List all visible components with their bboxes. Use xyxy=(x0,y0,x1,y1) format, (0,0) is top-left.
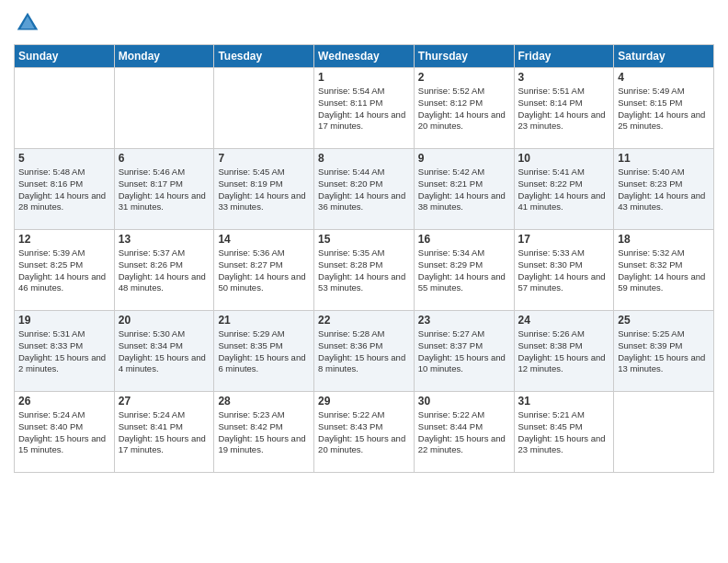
day-number: 19 xyxy=(18,314,110,327)
day-info: Sunrise: 5:52 AM Sunset: 8:12 PM Dayligh… xyxy=(418,86,510,132)
weekday-header-sunday: Sunday xyxy=(15,45,115,68)
day-cell: 4Sunrise: 5:49 AM Sunset: 8:15 PM Daylig… xyxy=(614,68,714,149)
day-info: Sunrise: 5:51 AM Sunset: 8:14 PM Dayligh… xyxy=(518,86,610,132)
day-cell: 2Sunrise: 5:52 AM Sunset: 8:12 PM Daylig… xyxy=(414,68,514,149)
day-number: 29 xyxy=(318,395,410,408)
day-number: 8 xyxy=(318,152,410,165)
day-info: Sunrise: 5:22 AM Sunset: 8:43 PM Dayligh… xyxy=(318,409,410,456)
weekday-header-monday: Monday xyxy=(114,45,214,68)
header xyxy=(14,9,714,37)
logo-icon xyxy=(14,9,41,37)
weekday-header-saturday: Saturday xyxy=(614,45,714,68)
day-cell: 17Sunrise: 5:33 AM Sunset: 8:30 PM Dayli… xyxy=(514,230,614,311)
day-cell: 16Sunrise: 5:34 AM Sunset: 8:29 PM Dayli… xyxy=(414,230,514,311)
weekday-header-friday: Friday xyxy=(514,45,614,68)
day-cell xyxy=(15,68,115,149)
day-cell: 12Sunrise: 5:39 AM Sunset: 8:25 PM Dayli… xyxy=(15,230,115,311)
day-cell: 7Sunrise: 5:45 AM Sunset: 8:19 PM Daylig… xyxy=(214,149,314,230)
day-number: 16 xyxy=(418,233,510,246)
day-cell xyxy=(614,392,714,473)
day-number: 2 xyxy=(418,71,510,84)
day-cell: 26Sunrise: 5:24 AM Sunset: 8:40 PM Dayli… xyxy=(15,392,115,473)
day-info: Sunrise: 5:26 AM Sunset: 8:38 PM Dayligh… xyxy=(518,328,610,375)
day-info: Sunrise: 5:22 AM Sunset: 8:44 PM Dayligh… xyxy=(418,409,510,456)
day-cell: 21Sunrise: 5:29 AM Sunset: 8:35 PM Dayli… xyxy=(214,311,314,392)
day-number: 5 xyxy=(18,152,110,165)
day-info: Sunrise: 5:49 AM Sunset: 8:15 PM Dayligh… xyxy=(618,86,710,132)
day-number: 30 xyxy=(418,395,510,408)
day-cell xyxy=(214,68,314,149)
day-cell: 13Sunrise: 5:37 AM Sunset: 8:26 PM Dayli… xyxy=(114,230,214,311)
day-cell: 1Sunrise: 5:54 AM Sunset: 8:11 PM Daylig… xyxy=(314,68,415,149)
calendar: SundayMondayTuesdayWednesdayThursdayFrid… xyxy=(14,44,714,473)
weekday-header-thursday: Thursday xyxy=(414,45,514,68)
day-number: 11 xyxy=(618,152,710,165)
day-cell: 5Sunrise: 5:48 AM Sunset: 8:16 PM Daylig… xyxy=(15,149,115,230)
page: SundayMondayTuesdayWednesdayThursdayFrid… xyxy=(0,0,728,563)
day-number: 3 xyxy=(518,71,610,84)
day-info: Sunrise: 5:35 AM Sunset: 8:28 PM Dayligh… xyxy=(318,247,410,294)
day-cell: 3Sunrise: 5:51 AM Sunset: 8:14 PM Daylig… xyxy=(514,68,614,149)
day-number: 12 xyxy=(18,233,110,246)
day-info: Sunrise: 5:36 AM Sunset: 8:27 PM Dayligh… xyxy=(218,247,310,294)
day-info: Sunrise: 5:46 AM Sunset: 8:17 PM Dayligh… xyxy=(119,167,210,213)
day-info: Sunrise: 5:27 AM Sunset: 8:37 PM Dayligh… xyxy=(418,328,510,375)
day-info: Sunrise: 5:33 AM Sunset: 8:30 PM Dayligh… xyxy=(518,247,610,294)
day-info: Sunrise: 5:44 AM Sunset: 8:20 PM Dayligh… xyxy=(318,167,410,213)
weekday-header-row: SundayMondayTuesdayWednesdayThursdayFrid… xyxy=(15,45,714,68)
day-number: 26 xyxy=(18,395,110,408)
day-cell: 14Sunrise: 5:36 AM Sunset: 8:27 PM Dayli… xyxy=(214,230,314,311)
week-row-1: 1Sunrise: 5:54 AM Sunset: 8:11 PM Daylig… xyxy=(15,68,714,149)
day-info: Sunrise: 5:21 AM Sunset: 8:45 PM Dayligh… xyxy=(518,409,610,456)
day-info: Sunrise: 5:45 AM Sunset: 8:19 PM Dayligh… xyxy=(218,167,310,213)
day-cell: 20Sunrise: 5:30 AM Sunset: 8:34 PM Dayli… xyxy=(114,311,214,392)
day-number: 17 xyxy=(518,233,610,246)
day-number: 14 xyxy=(218,233,310,246)
day-info: Sunrise: 5:37 AM Sunset: 8:26 PM Dayligh… xyxy=(119,247,210,294)
day-cell: 19Sunrise: 5:31 AM Sunset: 8:33 PM Dayli… xyxy=(15,311,115,392)
day-cell: 11Sunrise: 5:40 AM Sunset: 8:23 PM Dayli… xyxy=(614,149,714,230)
day-number: 7 xyxy=(218,152,310,165)
week-row-3: 12Sunrise: 5:39 AM Sunset: 8:25 PM Dayli… xyxy=(15,230,714,311)
day-number: 21 xyxy=(218,314,310,327)
day-number: 20 xyxy=(119,314,210,327)
day-info: Sunrise: 5:48 AM Sunset: 8:16 PM Dayligh… xyxy=(18,167,110,213)
day-cell: 24Sunrise: 5:26 AM Sunset: 8:38 PM Dayli… xyxy=(514,311,614,392)
day-info: Sunrise: 5:31 AM Sunset: 8:33 PM Dayligh… xyxy=(18,328,110,375)
day-cell: 30Sunrise: 5:22 AM Sunset: 8:44 PM Dayli… xyxy=(414,392,514,473)
day-info: Sunrise: 5:24 AM Sunset: 8:41 PM Dayligh… xyxy=(119,409,210,456)
day-number: 9 xyxy=(418,152,510,165)
day-cell: 25Sunrise: 5:25 AM Sunset: 8:39 PM Dayli… xyxy=(614,311,714,392)
day-number: 28 xyxy=(218,395,310,408)
week-row-2: 5Sunrise: 5:48 AM Sunset: 8:16 PM Daylig… xyxy=(15,149,714,230)
day-number: 31 xyxy=(518,395,610,408)
day-number: 1 xyxy=(318,71,410,84)
day-info: Sunrise: 5:39 AM Sunset: 8:25 PM Dayligh… xyxy=(18,247,110,294)
week-row-5: 26Sunrise: 5:24 AM Sunset: 8:40 PM Dayli… xyxy=(15,392,714,473)
day-info: Sunrise: 5:54 AM Sunset: 8:11 PM Dayligh… xyxy=(318,86,410,132)
day-info: Sunrise: 5:25 AM Sunset: 8:39 PM Dayligh… xyxy=(618,328,710,375)
day-cell: 29Sunrise: 5:22 AM Sunset: 8:43 PM Dayli… xyxy=(314,392,415,473)
day-cell: 23Sunrise: 5:27 AM Sunset: 8:37 PM Dayli… xyxy=(414,311,514,392)
day-cell xyxy=(114,68,214,149)
day-cell: 15Sunrise: 5:35 AM Sunset: 8:28 PM Dayli… xyxy=(314,230,415,311)
day-number: 6 xyxy=(119,152,210,165)
day-number: 13 xyxy=(119,233,210,246)
weekday-header-wednesday: Wednesday xyxy=(314,45,415,68)
day-number: 15 xyxy=(318,233,410,246)
day-info: Sunrise: 5:28 AM Sunset: 8:36 PM Dayligh… xyxy=(318,328,410,375)
day-cell: 6Sunrise: 5:46 AM Sunset: 8:17 PM Daylig… xyxy=(114,149,214,230)
day-cell: 10Sunrise: 5:41 AM Sunset: 8:22 PM Dayli… xyxy=(514,149,614,230)
day-info: Sunrise: 5:41 AM Sunset: 8:22 PM Dayligh… xyxy=(518,167,610,213)
day-cell: 27Sunrise: 5:24 AM Sunset: 8:41 PM Dayli… xyxy=(114,392,214,473)
day-number: 22 xyxy=(318,314,410,327)
day-info: Sunrise: 5:29 AM Sunset: 8:35 PM Dayligh… xyxy=(218,328,310,375)
day-cell: 22Sunrise: 5:28 AM Sunset: 8:36 PM Dayli… xyxy=(314,311,415,392)
day-cell: 9Sunrise: 5:42 AM Sunset: 8:21 PM Daylig… xyxy=(414,149,514,230)
day-number: 24 xyxy=(518,314,610,327)
day-number: 18 xyxy=(618,233,710,246)
day-info: Sunrise: 5:42 AM Sunset: 8:21 PM Dayligh… xyxy=(418,167,510,213)
weekday-header-tuesday: Tuesday xyxy=(214,45,314,68)
day-number: 4 xyxy=(618,71,710,84)
day-number: 25 xyxy=(618,314,710,327)
